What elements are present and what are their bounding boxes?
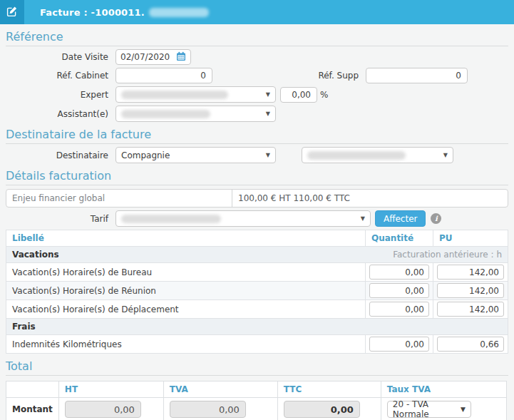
window-titlebar: Facture : -1000011. bbox=[0, 0, 514, 24]
table-row: Vacation(s) Horaire(s) de Bureau bbox=[6, 263, 508, 282]
montant-ttc-input bbox=[284, 401, 360, 418]
chevron-down-icon: ▼ bbox=[266, 153, 270, 158]
page-title: Facture : -1000011. bbox=[40, 7, 145, 18]
redacted-tarif-name bbox=[121, 215, 221, 223]
item-label: Vacation(s) Horaire(s) de Bureau bbox=[6, 263, 366, 282]
quantite-input[interactable] bbox=[369, 283, 429, 298]
table-row: Vacation(s) Horaire(s) de Réunion bbox=[6, 282, 508, 300]
redacted-company-name bbox=[307, 151, 406, 160]
montant-ht-input bbox=[65, 401, 141, 418]
tarif-label: Tarif bbox=[6, 214, 115, 224]
column-header-quantite: Quantité bbox=[366, 230, 433, 247]
redacted-expert-name bbox=[121, 91, 228, 99]
destinataire-type-value: Compagnie bbox=[121, 150, 170, 160]
assistant-dropdown[interactable]: ▼ bbox=[115, 106, 276, 122]
ref-cabinet-label: Réf. Cabinet bbox=[6, 71, 115, 81]
total-table-header-row: HT TVA TTC Taux TVA bbox=[6, 381, 507, 398]
group-row-vacations: Vacations Facturation antérieure : h bbox=[6, 247, 508, 263]
taux-tva-select[interactable]: 20 - TVA Normale ▼ bbox=[387, 401, 471, 418]
pu-input[interactable] bbox=[437, 337, 504, 352]
tarif-row: Tarif ▼ Affecter i bbox=[6, 210, 508, 227]
group-row-frais: Frais bbox=[6, 319, 508, 335]
taux-tva-value: 20 - TVA Normale bbox=[393, 399, 461, 419]
enjeu-label: Enjeu financier global bbox=[6, 190, 232, 207]
info-icon[interactable]: i bbox=[431, 213, 441, 224]
chevron-down-icon: ▼ bbox=[266, 92, 270, 98]
column-header-taux-tva: Taux TVA bbox=[381, 381, 506, 398]
quantite-input[interactable] bbox=[369, 302, 429, 317]
edit-icon bbox=[6, 6, 18, 19]
column-header-pu: PU bbox=[433, 230, 508, 247]
date-visite-row: Date Visite bbox=[6, 49, 508, 65]
date-visite-input[interactable] bbox=[115, 49, 191, 65]
group-name: Frais bbox=[12, 322, 36, 332]
assistant-label: Assistant(e) bbox=[6, 109, 115, 119]
date-visite-field[interactable] bbox=[120, 52, 176, 62]
column-header-ht: HT bbox=[58, 381, 163, 398]
enjeu-value: 100,00 € HT 110,00 € TTC bbox=[232, 190, 508, 207]
expert-row: Expert ▼ % bbox=[6, 86, 508, 103]
pu-input[interactable] bbox=[437, 283, 504, 298]
redacted-assistant-name bbox=[121, 110, 210, 118]
assistant-row: Assistant(e) ▼ bbox=[6, 106, 508, 122]
table-row: Indemnités Kilométriques bbox=[6, 335, 508, 354]
destinataire-company-select[interactable]: ▼ bbox=[302, 147, 453, 163]
total-table: HT TVA TTC Taux TVA Montant 20 - TVA Nor… bbox=[6, 381, 507, 420]
quantite-input[interactable] bbox=[369, 337, 429, 352]
calendar-icon[interactable] bbox=[176, 51, 186, 63]
chevron-down-icon: ▼ bbox=[361, 216, 365, 222]
items-table-header-row: Libellé Quantité PU bbox=[6, 230, 508, 247]
group-name: Vacations bbox=[12, 250, 59, 260]
expert-dropdown[interactable]: ▼ bbox=[115, 86, 276, 103]
destinataire-row: Destinataire Compagnie ▼ ▼ bbox=[6, 147, 508, 163]
chevron-down-icon: ▼ bbox=[266, 111, 270, 117]
item-label: Vacation(s) Horaire(s) de Réunion bbox=[6, 282, 366, 300]
expert-percent-input[interactable] bbox=[280, 87, 317, 103]
ref-supp-input[interactable] bbox=[366, 68, 468, 83]
table-row: Vacation(s) Horaire(s) de Déplacement bbox=[6, 300, 508, 319]
pu-input[interactable] bbox=[437, 302, 504, 317]
percent-sign: % bbox=[320, 90, 328, 100]
chevron-down-icon: ▼ bbox=[461, 406, 466, 413]
column-header-ttc: TTC bbox=[277, 381, 381, 398]
redacted-invoice-name bbox=[149, 8, 209, 17]
montant-tva-input bbox=[170, 401, 246, 418]
section-title-total: Total bbox=[6, 359, 508, 376]
chevron-down-icon: ▼ bbox=[443, 153, 448, 158]
section-title-destinataire: Destinataire de la facture bbox=[6, 128, 508, 144]
ref-supp-label: Réf. Supp bbox=[212, 71, 366, 81]
total-montant-row: Montant 20 - TVA Normale ▼ bbox=[6, 398, 507, 420]
column-header-empty bbox=[6, 381, 59, 398]
facturation-anterieure-note: Facturation antérieure : h bbox=[393, 250, 502, 260]
tarif-dropdown[interactable]: ▼ bbox=[115, 210, 371, 227]
column-header-libelle: Libellé bbox=[6, 230, 366, 247]
section-title-details: Détails facturation bbox=[6, 169, 508, 185]
items-table: Libellé Quantité PU Vacations Facturatio… bbox=[6, 230, 508, 354]
enjeu-financier-bar: Enjeu financier global 100,00 € HT 110,0… bbox=[6, 189, 508, 208]
pu-input[interactable] bbox=[437, 265, 504, 280]
affecter-button[interactable]: Affecter bbox=[375, 210, 426, 227]
ref-cabinet-input[interactable] bbox=[115, 68, 212, 83]
date-visite-label: Date Visite bbox=[6, 52, 115, 62]
item-label: Vacation(s) Horaire(s) de Déplacement bbox=[6, 300, 366, 319]
destinataire-label: Destinataire bbox=[6, 150, 115, 160]
destinataire-type-dropdown[interactable]: Compagnie ▼ bbox=[115, 147, 276, 163]
section-title-reference: Référence bbox=[6, 30, 508, 46]
refs-row: Réf. Cabinet Réf. Supp bbox=[6, 68, 508, 83]
item-label: Indemnités Kilométriques bbox=[6, 335, 366, 354]
expert-label: Expert bbox=[6, 90, 115, 100]
montant-label: Montant bbox=[6, 398, 59, 420]
quantite-input[interactable] bbox=[369, 265, 429, 280]
edit-invoice-button[interactable] bbox=[0, 0, 24, 24]
column-header-tva: TVA bbox=[163, 381, 277, 398]
